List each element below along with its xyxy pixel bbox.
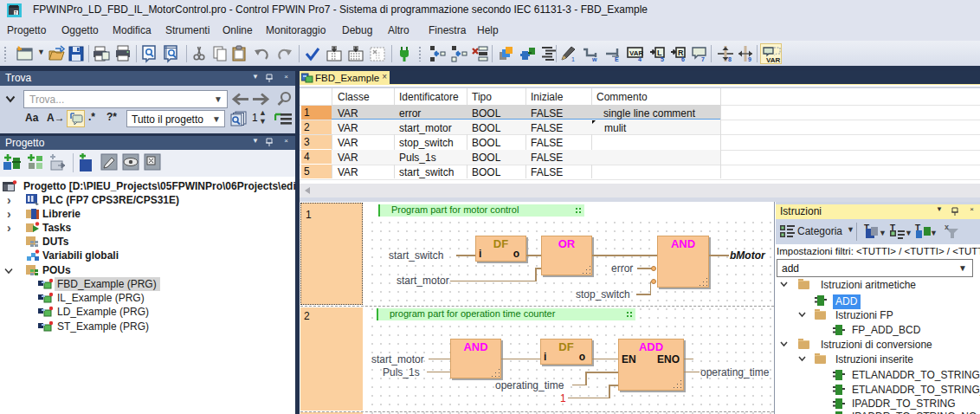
svg-text:6: 6 — [681, 56, 685, 62]
svg-text:E: E — [615, 56, 619, 62]
svg-text:8: 8 — [728, 56, 732, 62]
svg-text:4: 4 — [638, 56, 642, 62]
svg-text:VAR: VAR — [629, 49, 644, 57]
svg-text:7: 7 — [701, 56, 705, 62]
svg-text:w: w — [591, 56, 597, 62]
svg-text:9: 9 — [748, 56, 751, 62]
svg-text:1: 1 — [571, 56, 575, 62]
svg-text:VAR: VAR — [766, 56, 781, 63]
svg-text:5: 5 — [661, 56, 664, 62]
svg-text:7: 7 — [15, 10, 17, 16]
